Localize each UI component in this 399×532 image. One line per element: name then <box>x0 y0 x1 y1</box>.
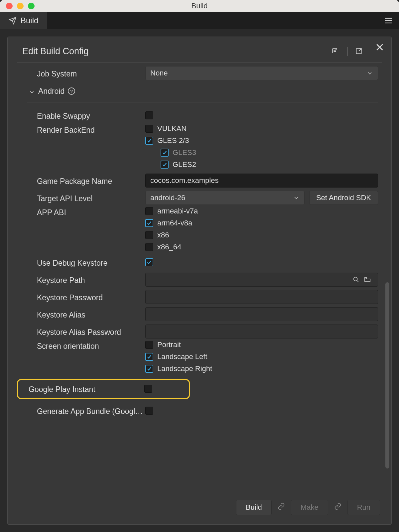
gles3-label: GLES3 <box>173 148 196 157</box>
chevron-down-icon <box>366 70 373 76</box>
checkbox-gles23[interactable]: GLES 2/3 <box>145 136 196 145</box>
menu-button[interactable] <box>378 12 399 29</box>
package-name-value: cocos.com.examples <box>150 176 218 185</box>
panel-header-actions <box>331 47 363 56</box>
divider <box>347 47 347 56</box>
keystore-alias-input[interactable] <box>145 307 378 321</box>
google-play-instant-checkbox[interactable] <box>144 385 152 393</box>
portrait-label: Portrait <box>157 340 181 349</box>
window-titlebar: Build <box>0 0 399 12</box>
panel-title: Edit Build Config <box>22 46 89 57</box>
import-icon[interactable] <box>331 47 340 56</box>
label-app-bundle: Generate App Bundle (Googl… <box>19 406 145 416</box>
x86-64-label: x86_64 <box>157 243 181 251</box>
vulkan-label: VULKAN <box>157 124 187 133</box>
target-api-value: android-26 <box>150 194 185 202</box>
row-app-abi: APP ABI armeabi-v7a arm64-v8a <box>19 207 378 251</box>
panel-footer: Build Make Run <box>8 494 391 524</box>
link-icon <box>278 503 285 512</box>
debug-keystore-checkbox[interactable] <box>145 258 153 266</box>
make-button[interactable]: Make <box>291 500 328 515</box>
window-title: Build <box>0 2 399 10</box>
build-button[interactable]: Build <box>236 500 272 515</box>
landscape-right-label: Landscape Right <box>157 364 212 373</box>
armeabi-label: armeabi-v7a <box>157 207 198 215</box>
label-google-play-instant: Google Play Instant <box>18 384 144 394</box>
row-android-section[interactable]: Android ? <box>19 82 378 99</box>
export-icon[interactable] <box>355 47 363 56</box>
label-target-api: Target API Level <box>19 193 145 203</box>
link-icon <box>334 503 341 512</box>
row-enable-swappy: Enable Swappy <box>19 107 378 124</box>
svg-point-6 <box>354 277 357 281</box>
close-window-button[interactable] <box>6 3 13 9</box>
checkbox-landscape-right[interactable]: Landscape Right <box>145 364 212 373</box>
row-google-play-instant: Google Play Instant <box>18 382 186 395</box>
gles2-label: GLES2 <box>173 160 196 169</box>
row-package-name: Game Package Name cocos.com.examples <box>19 172 378 189</box>
checkbox-landscape-left[interactable]: Landscape Left <box>145 352 212 361</box>
label-screen-orientation: Screen orientation <box>19 340 145 351</box>
label-job-system: Job System <box>19 68 145 78</box>
scrollbar[interactable] <box>385 282 389 468</box>
landscape-left-label: Landscape Left <box>157 352 207 361</box>
checkbox-gles2[interactable]: GLES2 <box>161 160 196 169</box>
google-play-instant-highlight: Google Play Instant <box>17 379 190 399</box>
tab-build[interactable]: Build <box>0 12 47 29</box>
row-app-bundle: Generate App Bundle (Googl… <box>19 402 378 419</box>
keystore-password-input[interactable] <box>145 290 378 304</box>
chevron-down-icon <box>29 88 35 94</box>
label-enable-swappy: Enable Swappy <box>19 110 145 121</box>
zoom-window-button[interactable] <box>28 3 35 9</box>
row-render-backend: Render BackEnd VULKAN GLES 2/3 <box>19 124 378 169</box>
svg-line-7 <box>357 280 358 282</box>
row-keystore-alias-password: Keystore Alias Password <box>19 323 378 340</box>
section-android-label: Android <box>38 87 65 96</box>
search-icon[interactable] <box>352 276 360 283</box>
gles23-label: GLES 2/3 <box>157 136 189 145</box>
row-target-api: Target API Level android-26 Set Android … <box>19 190 378 206</box>
hamburger-icon <box>384 16 393 25</box>
section-divider <box>27 102 378 102</box>
x86-label: x86 <box>157 231 169 239</box>
label-app-abi: APP ABI <box>19 207 145 217</box>
package-name-input[interactable]: cocos.com.examples <box>145 174 378 188</box>
label-keystore-alias-password: Keystore Alias Password <box>19 327 145 337</box>
minimize-window-button[interactable] <box>17 3 24 9</box>
row-keystore-alias: Keystore Alias <box>19 306 378 323</box>
label-keystore-password: Keystore Password <box>19 292 145 302</box>
panel-body: Job System None Android ? E <box>8 63 391 494</box>
tab-bar: Build <box>0 12 399 29</box>
folder-open-icon[interactable] <box>364 276 371 283</box>
enable-swappy-checkbox[interactable] <box>145 111 153 119</box>
label-render-backend: Render BackEnd <box>19 124 145 135</box>
row-keystore-path: Keystore Path <box>19 271 378 288</box>
form: Job System None Android ? E <box>19 65 388 419</box>
checkbox-x86[interactable]: x86 <box>145 231 198 239</box>
checkbox-vulkan[interactable]: VULKAN <box>145 124 196 133</box>
checkbox-gles3[interactable]: GLES3 <box>161 148 196 157</box>
set-android-sdk-button[interactable]: Set Android SDK <box>309 191 378 205</box>
job-system-value: None <box>150 69 168 77</box>
row-screen-orientation: Screen orientation Portrait Landscape Le… <box>19 340 378 373</box>
app-bundle-checkbox[interactable] <box>145 407 153 415</box>
label-keystore-alias: Keystore Alias <box>19 309 145 320</box>
help-icon[interactable]: ? <box>68 87 75 95</box>
job-system-select[interactable]: None <box>145 66 378 80</box>
label-package-name: Game Package Name <box>19 176 145 186</box>
chevron-down-icon <box>293 195 300 201</box>
target-api-select[interactable]: android-26 <box>145 191 305 205</box>
checkbox-portrait[interactable]: Portrait <box>145 340 212 349</box>
label-debug-keystore: Use Debug Keystore <box>19 257 145 268</box>
checkbox-x86-64[interactable]: x86_64 <box>145 243 198 251</box>
row-keystore-password: Keystore Password <box>19 289 378 305</box>
row-debug-keystore: Use Debug Keystore <box>19 254 378 271</box>
keystore-alias-password-input[interactable] <box>145 325 378 338</box>
row-job-system: Job System None <box>19 65 378 81</box>
build-config-panel: Edit Build Config Job System None <box>7 37 392 525</box>
keystore-path-input[interactable] <box>145 273 378 287</box>
checkbox-arm64-v8a[interactable]: arm64-v8a <box>145 219 198 227</box>
run-button[interactable]: Run <box>347 500 380 515</box>
panel-header: Edit Build Config <box>8 37 391 63</box>
checkbox-armeabi-v7a[interactable]: armeabi-v7a <box>145 207 198 215</box>
